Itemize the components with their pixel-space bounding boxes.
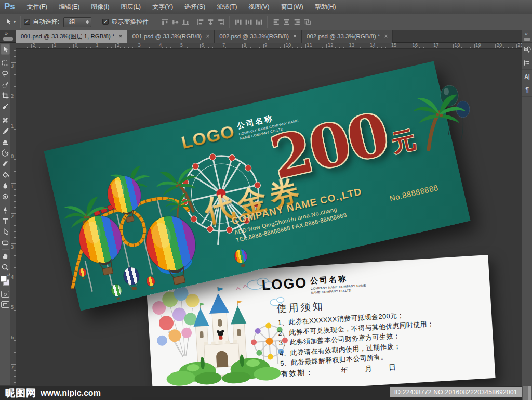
blur-tool[interactable] bbox=[1, 180, 10, 191]
auto-select-checkbox[interactable]: ✓ bbox=[24, 19, 30, 25]
adjustments-panel-button[interactable] bbox=[522, 56, 532, 70]
history-panel-button[interactable] bbox=[522, 43, 532, 56]
eyedropper-tool[interactable] bbox=[1, 101, 10, 112]
auto-select-target-dropdown[interactable]: 组 bbox=[63, 17, 91, 27]
menu-item-10[interactable]: 帮助(H) bbox=[309, 0, 342, 14]
path-selection-tool[interactable] bbox=[1, 226, 10, 237]
distribute-right-edges-button[interactable] bbox=[292, 18, 301, 27]
separator bbox=[267, 16, 268, 28]
menu-item-4[interactable]: 图层(L) bbox=[115, 0, 147, 14]
show-transform-checkbox[interactable]: ✓ bbox=[102, 19, 109, 25]
tab-close-icon[interactable]: × bbox=[118, 33, 122, 40]
menu-item-5[interactable]: 文字(Y) bbox=[147, 0, 179, 14]
tool-separator bbox=[2, 249, 9, 250]
document-canvas[interactable]: LOGO 公司名称 COMPANY NAME COMPANY NAME NAME… bbox=[16, 49, 522, 386]
document-tab-2[interactable]: 001.psd @ 33.3%(RGB/8)× bbox=[127, 30, 215, 43]
quick-selection-tool[interactable] bbox=[1, 79, 10, 90]
ruler-tick bbox=[411, 44, 411, 48]
brush-tool[interactable] bbox=[1, 125, 10, 136]
document-tab-1[interactable]: 001.psd @ 33.3%(图层 1, RGB/8) *× bbox=[16, 30, 127, 43]
distribute-horizontal-centers-button[interactable] bbox=[282, 18, 291, 27]
ruler-tick bbox=[301, 47, 302, 48]
zoom-tool[interactable] bbox=[1, 262, 10, 273]
validity-year: 年 bbox=[341, 366, 350, 375]
align-horizontal-centers-button[interactable] bbox=[206, 18, 215, 27]
ruler-tick bbox=[14, 346, 16, 346]
document-tab-3[interactable]: 002.psd @ 33.3%(RGB/8)× bbox=[215, 30, 302, 43]
clone-stamp-tool[interactable] bbox=[1, 136, 10, 147]
distribute-left-edges-button[interactable] bbox=[272, 18, 281, 27]
ruler-tick bbox=[365, 47, 365, 48]
rectangular-marquee-tool[interactable] bbox=[1, 57, 10, 68]
align-vertical-centers-button[interactable] bbox=[171, 18, 180, 27]
quick-mask-icon bbox=[4, 293, 7, 296]
align-right-edges-button[interactable] bbox=[217, 18, 225, 27]
ruler-tick bbox=[381, 47, 382, 48]
validity-month: 月 bbox=[365, 364, 374, 373]
show-transform-label: 显示变换控件 bbox=[111, 18, 149, 27]
swap-colors-icon[interactable]: ⇄ bbox=[7, 273, 10, 277]
ruler-tick bbox=[115, 44, 116, 48]
menu-item-2[interactable]: 编辑(E) bbox=[53, 0, 85, 14]
ruler-tick bbox=[14, 74, 16, 75]
ruler-tick bbox=[276, 47, 276, 48]
spot-healing-brush-tool[interactable] bbox=[1, 114, 10, 125]
ruler-tick bbox=[428, 47, 428, 48]
ruler-tick bbox=[14, 165, 16, 165]
dodge-tool[interactable] bbox=[1, 191, 10, 202]
ruler-tick bbox=[491, 47, 491, 48]
align-top-edges-button[interactable] bbox=[161, 18, 169, 27]
foreground-color-swatch[interactable] bbox=[1, 276, 7, 282]
ruler-tick bbox=[470, 47, 471, 48]
menu-item-3[interactable]: 图像(I) bbox=[85, 0, 115, 14]
quick-mask-button[interactable] bbox=[1, 291, 9, 298]
align-left-edges-button[interactable] bbox=[196, 18, 205, 27]
document-tab-bar: » 001.psd @ 33.3%(图层 1, RGB/8) *×001.psd… bbox=[0, 30, 532, 43]
color-swatches[interactable]: ⇄ bbox=[1, 275, 10, 287]
ruler-number: 7 bbox=[222, 43, 225, 48]
move-tool-icon bbox=[4, 18, 12, 26]
menu-item-7[interactable]: 滤镜(T) bbox=[211, 0, 243, 14]
menu-item-6[interactable]: 选择(S) bbox=[179, 0, 211, 14]
ruler-number: 3 bbox=[11, 63, 14, 69]
paragraph-panel-button[interactable]: ¶ bbox=[522, 83, 532, 97]
crop-tool[interactable] bbox=[1, 90, 10, 101]
paint-bucket-tool[interactable] bbox=[1, 169, 10, 180]
menu-item-8[interactable]: 视图(V) bbox=[243, 0, 275, 14]
move-tool[interactable] bbox=[1, 44, 10, 55]
ruler-tick bbox=[377, 47, 378, 48]
hand-tool[interactable] bbox=[1, 251, 10, 262]
tab-label: 001.psd @ 33.3%(图层 1, RGB/8) * bbox=[21, 33, 114, 41]
document-tab-4[interactable]: 002.psd @ 33.3%(RGB/8) *× bbox=[302, 30, 393, 43]
character-panel-button[interactable]: A| bbox=[522, 70, 532, 83]
menu-item-9[interactable]: 窗口(W) bbox=[275, 0, 309, 14]
dock-header[interactable]: « bbox=[522, 30, 532, 43]
ruler-tick bbox=[14, 237, 16, 238]
ruler-number: 15 bbox=[391, 43, 397, 48]
ruler-tick bbox=[14, 129, 16, 130]
ruler-tick bbox=[14, 171, 16, 172]
menu-item-1[interactable]: 文件(F) bbox=[21, 0, 53, 14]
tab-close-icon[interactable]: × bbox=[293, 33, 297, 40]
ruler-tick bbox=[103, 47, 103, 48]
type-tool[interactable] bbox=[1, 215, 10, 226]
distribute-bottom-edges-button[interactable] bbox=[255, 18, 263, 27]
ruler-tick bbox=[14, 322, 16, 322]
watermark-bar: 昵图网 www.nipic.com ID:22438772 NO:2016082… bbox=[0, 386, 522, 400]
lasso-tool[interactable] bbox=[1, 68, 10, 79]
tab-close-icon[interactable]: × bbox=[206, 33, 209, 40]
ruler-tick bbox=[61, 47, 61, 48]
tools-panel-header[interactable]: » bbox=[0, 30, 16, 43]
pen-tool[interactable] bbox=[1, 204, 10, 215]
rectangle-shape-tool[interactable] bbox=[1, 237, 10, 248]
align-bottom-edges-button[interactable] bbox=[181, 18, 190, 27]
distribute-top-edges-button[interactable] bbox=[234, 18, 243, 27]
validity-label: 有效期： bbox=[281, 368, 314, 378]
tool-preset-picker[interactable]: ▾ bbox=[3, 17, 17, 27]
distribute-vertical-centers-button[interactable] bbox=[244, 18, 253, 27]
eraser-tool[interactable] bbox=[1, 158, 10, 169]
tab-close-icon[interactable]: × bbox=[384, 33, 388, 40]
screen-mode-button[interactable] bbox=[1, 301, 9, 308]
auto-align-layers-button[interactable] bbox=[303, 18, 312, 27]
history-brush-tool[interactable] bbox=[1, 147, 10, 158]
